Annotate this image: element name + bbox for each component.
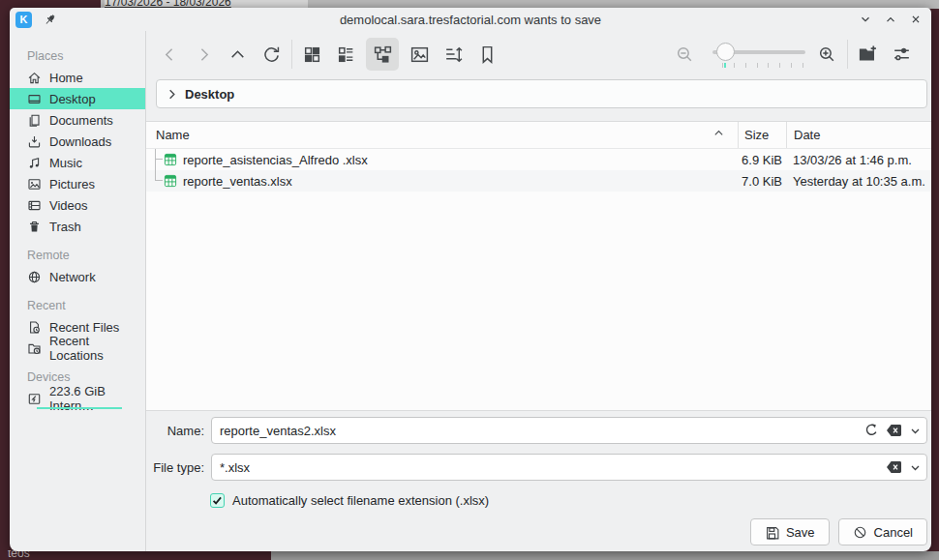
section-recent: Recent	[10, 295, 145, 316]
sidebar-item-label: Network	[49, 270, 96, 284]
chevron-down-icon[interactable]	[909, 461, 922, 474]
disk-usage-bar	[37, 407, 122, 409]
close-icon	[909, 13, 923, 26]
file-date: Yesterday at 10:35 a.m.	[786, 174, 931, 189]
sidebar-item-network[interactable]: Network	[10, 266, 145, 287]
column-header-name[interactable]: Name	[146, 122, 738, 148]
slider-tick	[768, 63, 769, 68]
tree-branch-dash	[155, 159, 163, 160]
new-folder-button[interactable]	[854, 41, 881, 68]
sidebar-item-downloads[interactable]: Downloads	[10, 131, 145, 152]
sidebar-item-documents[interactable]: Documents	[10, 109, 145, 131]
background-app-bottom-strip: teos	[0, 550, 271, 560]
zoom-slider[interactable]	[712, 40, 805, 69]
chevron-down-icon	[859, 13, 872, 26]
titlebar[interactable]: demolocal.sara.tresfactorial.com wants t…	[10, 8, 931, 31]
clear-text-icon[interactable]	[886, 460, 902, 474]
save-floppy-icon	[765, 525, 779, 540]
sidebar-item-label: Recent Files	[49, 320, 119, 335]
file-row[interactable]: reporte_asistencias_Alfredo .xlsx 6.9 Ki…	[146, 149, 931, 170]
cancel-prohibition-icon	[853, 525, 867, 540]
videos-icon	[27, 198, 42, 213]
music-icon	[27, 156, 42, 170]
sidebar-item-internal-drive[interactable]: 223.6 GiB Intern…	[10, 388, 145, 409]
sidebar-item-label: Home	[49, 71, 83, 85]
close-button[interactable]	[906, 10, 925, 29]
tree-view-icon	[373, 44, 393, 65]
slider-tick	[779, 63, 780, 68]
sidebar-item-trash[interactable]: Trash	[10, 216, 145, 237]
section-places: Places	[10, 45, 145, 67]
chevron-right-icon	[194, 44, 214, 65]
slider-accent-tick	[724, 63, 726, 68]
filename-input-wrap	[211, 417, 927, 444]
new-folder-icon	[858, 44, 878, 65]
cancel-button[interactable]: Cancel	[838, 518, 927, 545]
slider-tick	[791, 63, 792, 68]
sidebar-item-label: Trash	[49, 220, 81, 234]
sidebar-item-recent-locations[interactable]: Recent Locations	[10, 338, 145, 359]
downloads-icon	[27, 134, 42, 149]
details-view-button[interactable]	[332, 41, 359, 68]
tree-branch-dash	[155, 180, 163, 181]
auto-extension-row: Automatically select filename extension …	[210, 492, 489, 508]
dialog-body: Places Home Desktop Documents	[10, 31, 931, 551]
column-header-size[interactable]: Size	[738, 122, 786, 148]
hard-drive-icon	[27, 392, 42, 406]
sidebar-item-music[interactable]: Music	[10, 152, 145, 173]
sidebar-item-pictures[interactable]: Pictures	[10, 173, 145, 194]
sidebar-item-videos[interactable]: Videos	[10, 194, 145, 216]
up-button[interactable]	[224, 41, 251, 68]
sidebar-item-desktop[interactable]: Desktop	[10, 88, 145, 109]
bookmark-button[interactable]	[473, 41, 500, 68]
file-name: reporte_asistencias_Alfredo .xlsx	[183, 153, 368, 167]
toolbar	[146, 31, 931, 77]
location-breadcrumb[interactable]: Desktop	[156, 79, 927, 108]
filetype-combobox[interactable]	[211, 454, 927, 481]
sidebar-item-label: Pictures	[49, 177, 95, 192]
breadcrumb-location[interactable]: Desktop	[185, 87, 234, 102]
tree-view-button[interactable]	[366, 38, 399, 71]
options-button[interactable]	[888, 41, 915, 68]
slider-tick	[722, 63, 723, 68]
column-header-date[interactable]: Date	[786, 122, 931, 148]
window-controls	[856, 10, 925, 29]
file-row[interactable]: reporte_ventas.xlsx 7.0 KiB Yesterday at…	[146, 170, 931, 192]
preview-button[interactable]	[406, 41, 433, 68]
auto-extension-label[interactable]: Automatically select filename extension …	[232, 493, 489, 508]
maximize-button[interactable]	[881, 10, 900, 29]
file-size: 6.9 KiB	[738, 153, 786, 167]
filename-row: Name:	[146, 417, 927, 444]
image-preview-icon	[409, 44, 430, 65]
minimize-button[interactable]	[856, 10, 875, 29]
toolbar-separator	[847, 40, 848, 69]
slider-handle[interactable]	[716, 43, 735, 61]
table-header: Name Size Date	[146, 122, 931, 149]
auto-extension-checkbox[interactable]	[210, 493, 225, 508]
toolbar-separator	[291, 40, 292, 69]
filename-input[interactable]	[211, 417, 927, 444]
chevron-left-icon	[160, 44, 180, 65]
dialog-buttons: Save Cancel	[750, 518, 927, 545]
icons-view-button[interactable]	[298, 41, 325, 68]
undo-icon[interactable]	[863, 423, 879, 438]
zoom-in-button[interactable]	[813, 41, 840, 68]
pin-icon[interactable]	[41, 11, 58, 28]
save-button[interactable]: Save	[750, 518, 830, 545]
documents-icon	[27, 113, 42, 128]
sort-button[interactable]	[439, 41, 467, 68]
pictures-icon	[27, 177, 42, 192]
sidebar-item-label: Downloads	[49, 134, 111, 149]
refresh-icon	[261, 44, 282, 65]
clear-text-icon[interactable]	[886, 424, 902, 437]
sidebar-item-home[interactable]: Home	[10, 67, 145, 88]
zoom-out-button[interactable]	[671, 41, 698, 68]
tree-branch-line	[155, 149, 156, 180]
back-button[interactable]	[156, 41, 183, 68]
chevron-down-icon[interactable]	[909, 425, 922, 437]
trash-icon	[27, 220, 42, 234]
sidebar-item-label: Documents	[49, 113, 113, 128]
sort-icon	[443, 44, 464, 65]
reload-button[interactable]	[257, 41, 285, 68]
forward-button[interactable]	[190, 41, 217, 68]
